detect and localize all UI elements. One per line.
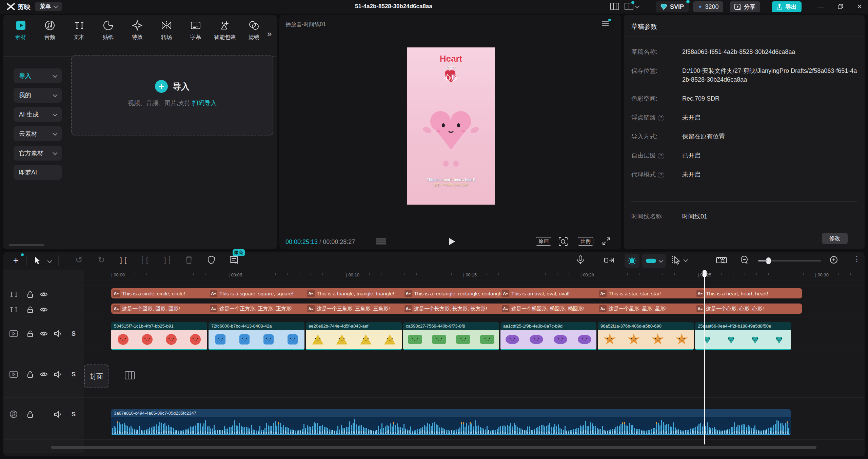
fullscreen-icon[interactable]: [602, 237, 610, 245]
timeline-name-label: 时间线名称: [631, 212, 682, 221]
sidebar-item-1[interactable]: 导入: [14, 68, 62, 83]
modify-button[interactable]: 修改: [822, 233, 848, 244]
text-clip-en[interactable]: A≡This is a star, star, star!: [598, 288, 705, 298]
nav-tab-captions[interactable]: 字幕: [181, 20, 210, 52]
cover-button[interactable]: 封面: [84, 364, 108, 388]
video-clip-strip: [403, 349, 499, 350]
text-clip-en[interactable]: A≡This is an oval, oval, oval!: [500, 288, 607, 298]
waveform-bar-light: [531, 430, 532, 434]
video-clip[interactable]: 25aaef66-0ea4-4f2f-b188-f9a5d8f50e♥♥♥♥: [695, 322, 791, 350]
text-clip-label: 这是一个三角形, 三角形, 三角形!: [317, 306, 390, 312]
media-panel: 素材音频文本贴纸特效转场字幕智能包装滤镜 » 导入我的AI 生成云素材官方素材即…: [3, 15, 277, 249]
waveform-bar-light: [619, 432, 620, 434]
player-controls: 00:00:25:13 / 00:00:28:27 原画 比例: [279, 234, 621, 249]
nav-tab-media[interactable]: 素材: [6, 20, 35, 52]
waveform-bar-light: [544, 433, 545, 434]
credits-button[interactable]: ✦ 3200: [693, 1, 723, 12]
text-clip-en[interactable]: A≡This is a triangle, triangle, triangle…: [306, 288, 413, 298]
waveform-bar-light: [446, 433, 447, 434]
waveform-bar-light: [649, 433, 650, 434]
sidebar-item-5[interactable]: 官方素材: [14, 146, 62, 161]
nav-expand-button[interactable]: »: [267, 29, 272, 39]
text-clip-zh[interactable]: A≡这是一个三角形, 三角形, 三角形!: [306, 304, 413, 314]
help-icon[interactable]: ?: [658, 115, 664, 121]
share-button[interactable]: 分享: [730, 1, 760, 12]
video-clip-strip: [111, 349, 207, 350]
help-icon[interactable]: ?: [658, 153, 664, 159]
text-clip-en[interactable]: A≡This is a square, square, square!: [209, 288, 315, 298]
play-button[interactable]: [447, 236, 457, 247]
waveform-bar-light: [751, 431, 752, 434]
nav-tab-audio[interactable]: 音频: [35, 20, 64, 52]
text-clip-zh[interactable]: A≡这是一个椭圆形, 椭圆形, 椭圆形!: [500, 304, 607, 314]
sidebar-item-2[interactable]: 我的: [14, 88, 62, 103]
ratio-button[interactable]: 比例: [578, 237, 593, 246]
video-clip[interactable]: 96a52f1a-376b-406d-a5b0-690: [598, 322, 694, 350]
text-clip-zh[interactable]: A≡这是一个心形, 心形, 心形!: [695, 304, 802, 314]
waveform-bar-light: [658, 433, 659, 434]
help-icon[interactable]: ?: [658, 172, 664, 178]
waveform-bar-light: [449, 433, 450, 434]
sidebar-item-3[interactable]: AI 生成: [14, 107, 62, 122]
nav-tab-filter[interactable]: 滤镜: [239, 20, 264, 52]
text-clip-en[interactable]: A≡This is a heart, heart, heart!: [695, 288, 802, 298]
video-clip[interactable]: aa1cdf25-1f9b-4e3b-8a7c-b9d: [500, 322, 596, 350]
timeline-scrollbar[interactable]: [51, 446, 816, 449]
minimize-button[interactable]: —: [815, 1, 827, 12]
close-button[interactable]: ×: [854, 1, 865, 12]
text-clip-en[interactable]: A≡This is a rectangle, rectangle, rectan…: [403, 288, 510, 298]
frame-view-icon[interactable]: [376, 238, 386, 245]
waveform-bar-light: [190, 432, 191, 434]
svip-button[interactable]: SVIP: [656, 1, 689, 12]
import-dropzone[interactable]: + 导入 视频、音频、图片,支持 扫码导入: [71, 55, 273, 135]
nav-tab-transition[interactable]: 转场: [152, 20, 181, 52]
text-clip-zh[interactable]: A≡这是一个正方形, 正方形, 正方形!: [209, 304, 315, 314]
thumbnail-face: [290, 338, 296, 341]
waveform-bar-light: [785, 432, 786, 434]
sidebar-item-4[interactable]: 云素材: [14, 126, 62, 141]
video-clip[interactable]: ee20e82b-744e-4d5f-a043-aef: [306, 322, 402, 350]
sidebar-item-6[interactable]: 即梦AI: [14, 165, 62, 180]
thumbnail-tile: [330, 330, 354, 349]
text-clip-zh[interactable]: A≡这是一个长方形, 长方形, 长方形!: [403, 304, 510, 314]
nav-tab-sticker[interactable]: 贴纸: [94, 20, 123, 52]
waveform-bar-light: [517, 433, 518, 434]
waveform-bar-light: [225, 433, 226, 434]
nav-tab-text[interactable]: 文本: [64, 20, 94, 52]
waveform-bar-light: [302, 432, 303, 434]
waveform-bar-light: [461, 432, 462, 434]
export-button[interactable]: 导出: [772, 1, 802, 12]
menu-button[interactable]: 菜单: [35, 2, 62, 11]
layout-grid-icon[interactable]: [610, 3, 619, 10]
restore-button[interactable]: [835, 1, 846, 12]
waveform-bar-light: [561, 433, 562, 434]
text-clip-zh[interactable]: A≡这是一个星形, 星形, 星形!: [598, 304, 705, 314]
waveform-bar-light: [210, 432, 211, 434]
nav-tab-smartpack[interactable]: 智能包装: [210, 20, 239, 52]
cover-frame-icon[interactable]: [125, 371, 135, 379]
video-clip[interactable]: 72fc6000-b7bc-4413-8408-42a: [209, 322, 304, 350]
layout-columns-icon[interactable]: [625, 3, 638, 10]
panel-scrollbar-horizontal[interactable]: [9, 244, 44, 246]
waveform-bar-light: [765, 431, 766, 434]
sidebar-item-label: 即梦AI: [19, 168, 37, 176]
scan-import-link[interactable]: 扫码导入: [192, 100, 217, 106]
video-clip[interactable]: ca598c27-7569-440b-9f73-8f8: [403, 322, 499, 350]
text-clip-zh[interactable]: A≡这是一个圆形, 圆形, 圆形!: [111, 304, 218, 314]
text-clip-en[interactable]: A≡This is a circle, circle, circle!: [111, 288, 218, 298]
waveform-bar-light: [620, 433, 622, 434]
playhead[interactable]: [704, 270, 705, 444]
preview-zoom-icon[interactable]: [559, 237, 568, 246]
thumbnail-tile: [111, 330, 135, 349]
video-clip[interactable]: 584515f7-1c1b-4fb7-bb25-b91: [111, 322, 207, 350]
original-quality-button[interactable]: 原画: [536, 237, 551, 246]
playhead-handle[interactable]: [703, 270, 707, 277]
audio-clip[interactable]: 3a67e810-c494-4a65-89c7-05d235fc2347: [111, 409, 791, 435]
nav-tab-effects[interactable]: 特效: [123, 20, 152, 52]
waveform-bar-light: [615, 431, 616, 434]
video-preview[interactable]: Heart /hɑ:t/ 心形: [407, 47, 495, 205]
waveform-bar-light: [739, 432, 740, 434]
player-menu-icon[interactable]: [601, 20, 609, 26]
waveform-bar-light: [768, 433, 769, 434]
waveform-bar-light: [687, 432, 688, 434]
